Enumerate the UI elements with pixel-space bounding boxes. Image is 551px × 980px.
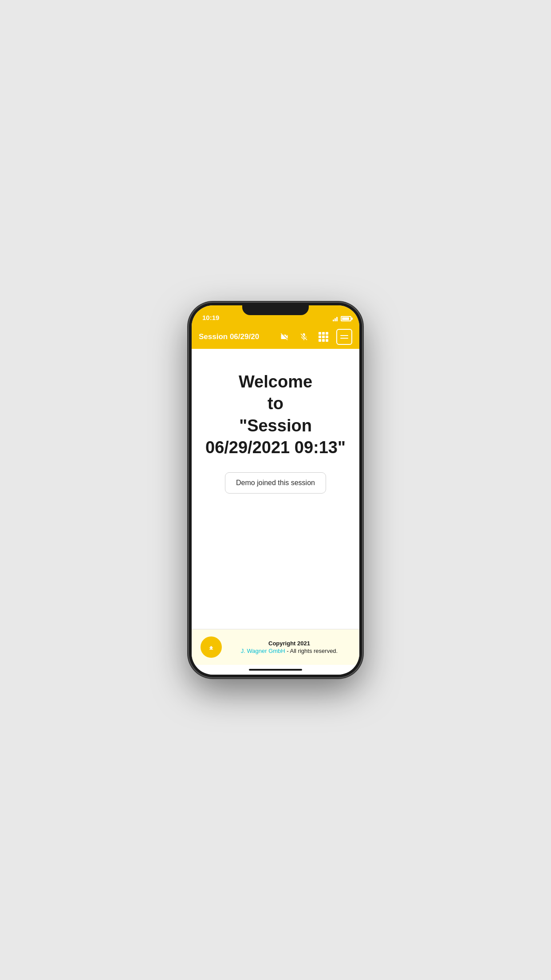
- scroll-top-button[interactable]: [201, 636, 222, 658]
- wifi-icon: [331, 316, 338, 321]
- welcome-line2: to: [268, 394, 283, 413]
- footer-company[interactable]: J. Wagner GmbH: [241, 648, 285, 654]
- main-content: Welcome to "Session 06/29/2021 09:13" De…: [192, 349, 359, 629]
- menu-button[interactable]: [336, 329, 352, 345]
- no-video-icon[interactable]: [278, 330, 291, 344]
- session-name: "Session 06/29/2021 09:13": [205, 416, 346, 457]
- header: Session 06/29/20: [192, 325, 359, 349]
- grid-view-icon[interactable]: [317, 330, 330, 344]
- welcome-section: Welcome to "Session 06/29/2021 09:13" De…: [192, 349, 359, 520]
- status-time: 10:19: [202, 314, 219, 321]
- footer-copyright: Copyright 2021: [228, 640, 350, 647]
- footer-text: Copyright 2021 J. Wagner GmbH - All righ…: [228, 640, 350, 655]
- welcome-line1: Welcome: [239, 372, 312, 391]
- footer-attribution: J. Wagner GmbH - All rights reserved.: [228, 647, 350, 655]
- footer-rights: - All rights reserved.: [285, 648, 338, 654]
- footer: Copyright 2021 J. Wagner GmbH - All righ…: [192, 629, 359, 665]
- battery-icon: [341, 316, 351, 321]
- phone-screen: 10:19 Session 06/29/20: [192, 305, 359, 675]
- session-join-text: Demo joined this session: [236, 479, 315, 486]
- notch: [242, 303, 309, 315]
- header-title: Session 06/29/20: [199, 332, 272, 341]
- phone-frame: 10:19 Session 06/29/20: [189, 303, 362, 677]
- home-indicator: [192, 665, 359, 675]
- no-mic-icon[interactable]: [297, 330, 311, 344]
- status-icons: [331, 316, 351, 321]
- session-join-badge: Demo joined this session: [225, 472, 326, 494]
- welcome-title: Welcome to "Session 06/29/2021 09:13": [205, 371, 346, 459]
- home-bar: [249, 669, 302, 671]
